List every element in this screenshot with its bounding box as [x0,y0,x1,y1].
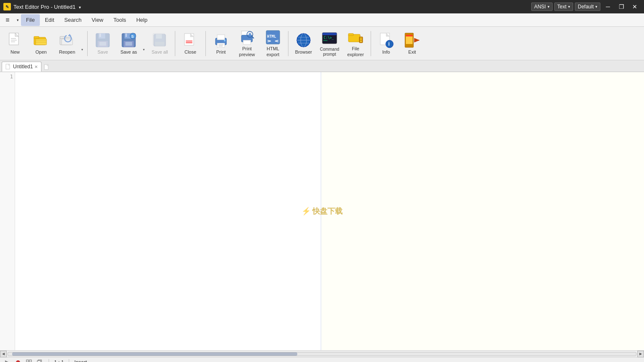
info-label: Info [382,49,390,55]
new-tab-button[interactable] [42,62,52,72]
new-button[interactable]: New [3,29,28,58]
title-filename-wrapper: Untitled1 ▾ [54,4,81,10]
save-button[interactable]: Save [90,29,115,58]
close-button[interactable]: ✕ [629,2,641,11]
tab-untitled1[interactable]: Untitled1 ✕ [2,62,42,72]
app-icon: ✎ [3,3,11,10]
tab-close-button[interactable]: ✕ [34,65,38,69]
reopen-button[interactable]: Reopen [55,29,80,58]
svg-rect-31 [184,34,194,45]
menu-tools[interactable]: Tools [109,14,131,26]
encoding-arrow: ▾ [548,5,550,9]
minimize-button[interactable]: ─ [602,2,614,11]
svg-rect-59 [323,40,327,41]
save-as-button[interactable]: S Save as [116,29,141,58]
save-all-button[interactable]: Save all [147,29,172,58]
menu-file[interactable]: File [21,14,40,26]
scroll-left-button[interactable]: ◀ [0,351,7,357]
svg-rect-28 [156,34,162,39]
print-preview-button[interactable]: Print preview [234,29,260,58]
browser-button[interactable]: Browser [291,29,316,58]
open-icon [33,32,49,49]
scroll-track[interactable] [8,352,636,356]
svg-rect-63 [360,38,362,39]
svg-point-80 [16,360,20,362]
svg-rect-24 [125,42,132,46]
menu-help[interactable]: Help [131,14,153,26]
toolbar: New Open [0,27,644,60]
svg-rect-5 [11,41,15,42]
svg-rect-1 [9,33,18,45]
hamburger-menu[interactable]: ≡ [2,14,13,26]
scroll-right-button[interactable]: ▶ [637,351,644,357]
info-icon: i [378,32,395,49]
title-arrow[interactable]: ▾ [79,5,81,10]
editor-left-pane[interactable] [15,72,321,350]
editor-mode: Insert [74,359,87,362]
save-as-button-group: S Save as ▾ [116,29,146,58]
scroll-thumb[interactable] [12,352,297,356]
svg-rect-4 [11,40,17,41]
app-name: Text Editor Pro [13,4,49,10]
grid-icon[interactable] [25,359,33,362]
reopen-dropdown-arrow[interactable]: ▾ [80,29,85,58]
theme-label: Default [578,4,594,10]
svg-text:i: i [388,41,390,47]
svg-rect-17 [99,34,101,37]
save-as-dropdown-arrow[interactable]: ▾ [141,29,146,58]
separator-4 [288,31,288,56]
menu-search[interactable]: Search [59,14,86,26]
play-icon[interactable] [3,359,11,362]
menu-edit[interactable]: Edit [40,14,59,26]
file-explorer-button[interactable]: File explorer [343,29,368,58]
title-left: ✎ Text Editor Pro - Untitled1 ▾ [3,3,81,10]
format-dropdown[interactable]: Text ▾ [554,3,573,11]
format-arrow: ▾ [568,5,570,9]
exit-button[interactable]: Exit [400,29,425,58]
svg-rect-57 [322,33,337,35]
editor-split: ⚡ 快盘下载 [15,72,644,350]
browser-label: Browser [295,49,312,55]
svg-rect-82 [29,360,31,362]
html-export-button[interactable]: HTML HTML export [260,29,286,58]
editor-right-pane[interactable]: ⚡ 快盘下载 [321,72,644,350]
save-icon [94,32,111,49]
restore-button[interactable]: ❐ [615,2,627,11]
svg-rect-61 [348,34,353,36]
separator-2 [175,31,175,56]
close-file-label: Close [184,49,196,55]
separator-5 [371,31,371,56]
svg-marker-79 [5,360,9,362]
reopen-icon [59,32,75,49]
exit-icon [404,32,421,49]
hamburger-arrow[interactable]: ▾ [14,14,21,26]
close-file-button[interactable]: Close [178,29,203,58]
print-button[interactable]: Print [208,29,234,58]
new-tab-icon [44,64,50,70]
copy-icon[interactable] [36,359,44,362]
title-text: Text Editor Pro - Untitled1 ▾ [13,4,81,10]
svg-rect-81 [26,360,29,362]
menu-view[interactable]: View [87,14,109,26]
new-icon [7,32,23,49]
record-icon[interactable] [14,359,22,362]
theme-dropdown[interactable]: Default ▾ [575,3,600,11]
tab-label: Untitled1 [13,64,33,70]
editor-container: 1 ⚡ 快盘下载 [0,72,644,350]
cursor-position: 1 : 1 [54,359,64,362]
open-button[interactable]: Open [29,29,54,58]
save-all-label: Save all [151,49,168,55]
encoding-dropdown[interactable]: ANSI ▾ [531,3,553,11]
svg-point-45 [249,33,251,36]
tab-bar: Untitled1 ✕ [0,60,644,72]
svg-rect-86 [37,361,41,362]
svg-rect-19 [99,42,106,46]
title-filename: Untitled1 [54,4,75,10]
title-bar: ✎ Text Editor Pro - Untitled1 ▾ ANSI ▾ T… [0,0,644,13]
info-button[interactable]: i Info [374,29,399,58]
encoding-label: ANSI [534,4,546,10]
print-icon [213,32,229,49]
print-preview-label: Print preview [236,46,257,57]
svg-rect-39 [218,46,223,47]
command-prompt-button[interactable]: C:\>_ Command prompt [317,29,342,58]
